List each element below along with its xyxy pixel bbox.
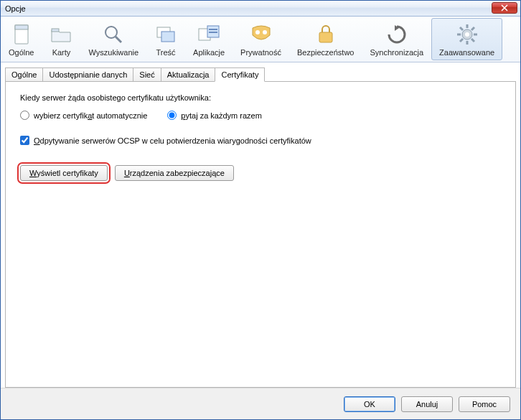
svg-point-24 bbox=[465, 32, 469, 37]
radio-select-auto-label: wybierz certyfikat automatycznie bbox=[34, 111, 147, 120]
gear-icon bbox=[456, 23, 479, 46]
ocsp-row[interactable]: Odpytywanie serwerów OCSP w celu potwier… bbox=[20, 136, 501, 145]
subtab-bar: Ogólne Udostępnianie danych Sieć Aktuali… bbox=[5, 67, 516, 82]
folder-icon bbox=[50, 23, 72, 46]
svg-rect-10 bbox=[209, 32, 217, 33]
help-button[interactable]: Pomoc bbox=[459, 396, 510, 412]
window-title: Opcje bbox=[5, 4, 26, 13]
svg-rect-13 bbox=[319, 32, 332, 42]
svg-rect-6 bbox=[161, 32, 174, 42]
subtab-label: Aktualizacja bbox=[167, 70, 210, 79]
cancel-button[interactable]: Anuluj bbox=[401, 396, 453, 412]
ocsp-label: Odpytywanie serwerów OCSP w celu potwier… bbox=[34, 136, 311, 145]
svg-rect-9 bbox=[209, 29, 217, 30]
toolbar-item-privacy[interactable]: Prywatność bbox=[233, 18, 289, 60]
page-icon bbox=[10, 23, 33, 46]
subtab-label: Udostępnianie danych bbox=[49, 70, 127, 79]
subtab-network[interactable]: Sieć bbox=[133, 67, 161, 82]
toolbar-label: Ogólne bbox=[9, 48, 34, 57]
radio-ask-each-time[interactable]: pytaj za każdym razem bbox=[167, 111, 262, 120]
subtab-label: Ogólne bbox=[11, 70, 37, 79]
toolbar-item-advanced[interactable]: Zaawansowane bbox=[431, 18, 502, 60]
toolbar-label: Aplikacje bbox=[193, 48, 225, 57]
svg-line-21 bbox=[471, 39, 474, 42]
content-area: Ogólne Udostępnianie danych Sieć Aktuali… bbox=[1, 62, 520, 388]
dialog-footer: OK Anuluj Pomoc bbox=[1, 388, 520, 419]
svg-point-12 bbox=[263, 30, 267, 34]
security-devices-button[interactable]: Urządzenia zabezpieczające bbox=[115, 165, 234, 181]
toolbar-label: Prywatność bbox=[240, 48, 281, 57]
svg-point-3 bbox=[105, 27, 117, 38]
certificates-panel: Kiedy serwer żąda osobistego certyfikatu… bbox=[5, 81, 516, 388]
toolbar-label: Zaawansowane bbox=[439, 48, 494, 57]
search-icon bbox=[102, 23, 125, 46]
toolbar-item-security[interactable]: Bezpieczeństwo bbox=[289, 18, 362, 60]
mask-icon bbox=[250, 23, 273, 46]
toolbar-label: Treść bbox=[156, 48, 176, 57]
radio-select-auto-input[interactable] bbox=[20, 111, 29, 120]
toolbar-item-content[interactable]: Treść bbox=[146, 18, 185, 60]
svg-line-22 bbox=[471, 27, 474, 30]
radio-ask-each-time-input[interactable] bbox=[167, 111, 177, 120]
lock-icon bbox=[314, 23, 337, 46]
toolbar-item-general[interactable]: Ogólne bbox=[1, 18, 42, 60]
view-certificates-button[interactable]: Wyświetl certyfikaty bbox=[20, 165, 108, 181]
close-button[interactable] bbox=[492, 2, 517, 14]
titlebar: Opcje bbox=[1, 1, 520, 17]
sync-icon bbox=[385, 23, 408, 46]
toolbar-label: Wyszukiwanie bbox=[88, 48, 139, 57]
apps-icon bbox=[197, 23, 220, 46]
toolbar-item-sync[interactable]: Synchronizacja bbox=[362, 18, 431, 60]
cert-buttons: Wyświetl certyfikaty Urządzenia zabezpie… bbox=[20, 165, 501, 181]
cert-prompt: Kiedy serwer żąda osobistego certyfikatu… bbox=[20, 93, 501, 102]
content-icon bbox=[154, 23, 177, 46]
svg-line-20 bbox=[460, 27, 463, 30]
category-toolbar: Ogólne Karty Wyszukiwanie Treść Aplikacj… bbox=[1, 17, 520, 62]
subtab-label: Sieć bbox=[139, 70, 154, 79]
close-icon bbox=[501, 4, 508, 11]
options-window: Opcje Ogólne Karty Wyszukiwanie bbox=[0, 0, 521, 420]
cert-radio-group: wybierz certyfikat automatycznie pytaj z… bbox=[20, 111, 501, 120]
toolbar-item-apps[interactable]: Aplikacje bbox=[185, 18, 233, 60]
svg-line-4 bbox=[116, 37, 121, 42]
subtab-general[interactable]: Ogólne bbox=[5, 67, 43, 82]
ocsp-checkbox[interactable] bbox=[20, 136, 29, 145]
subtab-label: Certyfikaty bbox=[221, 70, 258, 79]
ok-button[interactable]: OK bbox=[344, 396, 395, 412]
subtab-certs[interactable]: Certyfikaty bbox=[215, 67, 265, 82]
svg-point-11 bbox=[255, 30, 260, 34]
toolbar-item-cards[interactable]: Karty bbox=[42, 18, 80, 60]
svg-rect-1 bbox=[15, 25, 28, 29]
svg-rect-2 bbox=[52, 29, 59, 32]
svg-line-23 bbox=[460, 39, 463, 42]
toolbar-label: Karty bbox=[52, 48, 71, 57]
radio-ask-each-time-label: pytaj za każdym razem bbox=[181, 111, 262, 120]
radio-select-auto[interactable]: wybierz certyfikat automatycznie bbox=[20, 111, 147, 120]
subtab-update[interactable]: Aktualizacja bbox=[161, 67, 216, 82]
toolbar-label: Synchronizacja bbox=[370, 48, 423, 57]
toolbar-label: Bezpieczeństwo bbox=[297, 48, 355, 57]
subtab-datashare[interactable]: Udostępnianie danych bbox=[42, 67, 133, 82]
toolbar-item-search[interactable]: Wyszukiwanie bbox=[80, 18, 146, 60]
